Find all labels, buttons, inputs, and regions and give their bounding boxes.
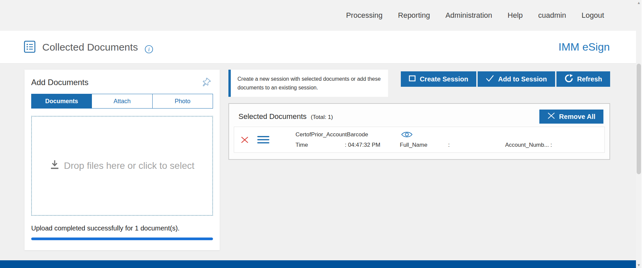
nav-item-help[interactable]: Help <box>507 11 523 20</box>
app-window: Processing Reporting Administration Help… <box>0 0 642 268</box>
page: Processing Reporting Administration Help… <box>0 0 636 268</box>
checkmark-icon <box>486 75 494 83</box>
top-nav: Processing Reporting Administration Help… <box>0 0 636 31</box>
refresh-icon <box>565 74 573 84</box>
add-to-session-button[interactable]: Add to Session <box>478 71 555 87</box>
nav-item-processing[interactable]: Processing <box>346 11 383 20</box>
field-value-time: : 04:47:32 PM <box>345 142 400 148</box>
document-row-line-1: CertofPrior_AccountBarcode <box>296 129 604 140</box>
field-label-account-number: Account_Numb... : <box>505 142 552 148</box>
create-session-button[interactable]: Create Session <box>401 71 476 87</box>
tab-photo[interactable]: Photo <box>153 94 213 108</box>
delete-document-icon[interactable] <box>241 136 249 143</box>
nav-item-administration[interactable]: Administration <box>445 11 492 20</box>
scrollbar-up-arrow[interactable]: ▲ <box>636 0 642 6</box>
add-documents-title: Add Documents <box>31 78 89 87</box>
document-row-line-2: Time : 04:47:32 PM Full_Name : Account_N… <box>296 140 604 150</box>
refresh-button[interactable]: Refresh <box>556 71 610 87</box>
drag-handle-icon[interactable] <box>257 135 270 144</box>
field-value-full-name: : <box>448 142 505 148</box>
document-name: CertofPrior_AccountBarcode <box>296 131 401 138</box>
nav-item-logout[interactable]: Logout <box>582 11 604 20</box>
upload-progress-fill <box>31 238 213 240</box>
selected-documents-header: Selected Documents (Total: 1) Remove All <box>229 104 609 127</box>
field-label-time: Time <box>296 142 345 148</box>
remove-all-x-icon <box>547 112 555 121</box>
collected-documents-icon <box>23 40 36 55</box>
page-title: Collected Documents <box>42 42 138 53</box>
remove-all-label: Remove All <box>559 113 595 121</box>
session-instruction-message: Create a new session with selected docum… <box>228 70 388 97</box>
file-dropzone[interactable]: Drop files here or click to select <box>31 116 213 216</box>
add-documents-tabs: Documents Attach Photo <box>31 94 213 109</box>
upload-icon <box>50 159 60 173</box>
session-area: Create a new session with selected docum… <box>228 70 610 160</box>
remove-all-button[interactable]: Remove All <box>539 110 603 124</box>
selected-documents-panel: Selected Documents (Total: 1) Remove All <box>228 103 610 160</box>
dropzone-text: Drop files here or click to select <box>64 160 194 171</box>
page-header-left: Collected Documents i <box>23 40 558 55</box>
document-row: CertofPrior_AccountBarcode Time <box>234 127 605 153</box>
nav-item-user-cuadmin[interactable]: cuadmin <box>538 11 566 20</box>
selected-documents-title: Selected Documents <box>238 112 307 121</box>
refresh-label: Refresh <box>577 75 602 83</box>
create-session-label: Create Session <box>420 75 468 83</box>
nav-item-reporting[interactable]: Reporting <box>398 11 430 20</box>
field-label-full-name: Full_Name <box>400 142 448 148</box>
preview-eye-icon[interactable] <box>401 131 413 138</box>
info-icon[interactable]: i <box>145 45 153 55</box>
scrollbar-thumb[interactable] <box>637 64 641 174</box>
vertical-scrollbar[interactable]: ▲ ▼ <box>636 0 642 268</box>
document-row-content: CertofPrior_AccountBarcode Time <box>296 129 604 150</box>
main-content: Add Documents Documents Attach Photo <box>0 64 636 260</box>
brand-logo-text: IMM eSign <box>558 41 610 53</box>
selected-documents-total: (Total: 1) <box>311 114 333 120</box>
session-action-buttons: Create Session Add to Session <box>401 71 610 87</box>
svg-text:i: i <box>148 46 150 52</box>
pin-icon[interactable] <box>201 78 211 89</box>
create-session-icon <box>409 75 416 83</box>
upload-status-text: Upload completed successfully for 1 docu… <box>31 224 213 232</box>
add-documents-card: Add Documents Documents Attach Photo <box>24 70 220 250</box>
add-documents-header: Add Documents <box>31 78 213 89</box>
tab-attach[interactable]: Attach <box>92 94 152 108</box>
page-header: Collected Documents i IMM eSign <box>0 31 636 64</box>
document-row-icons <box>241 135 270 144</box>
selected-documents-title-group: Selected Documents (Total: 1) <box>238 112 333 121</box>
scrollbar-down-arrow[interactable]: ▼ <box>636 262 642 268</box>
upload-progress-bar <box>31 238 213 240</box>
tab-documents[interactable]: Documents <box>32 94 92 108</box>
session-top-row: Create a new session with selected docum… <box>228 70 610 97</box>
add-to-session-label: Add to Session <box>498 75 547 83</box>
footer-bar <box>0 260 636 268</box>
